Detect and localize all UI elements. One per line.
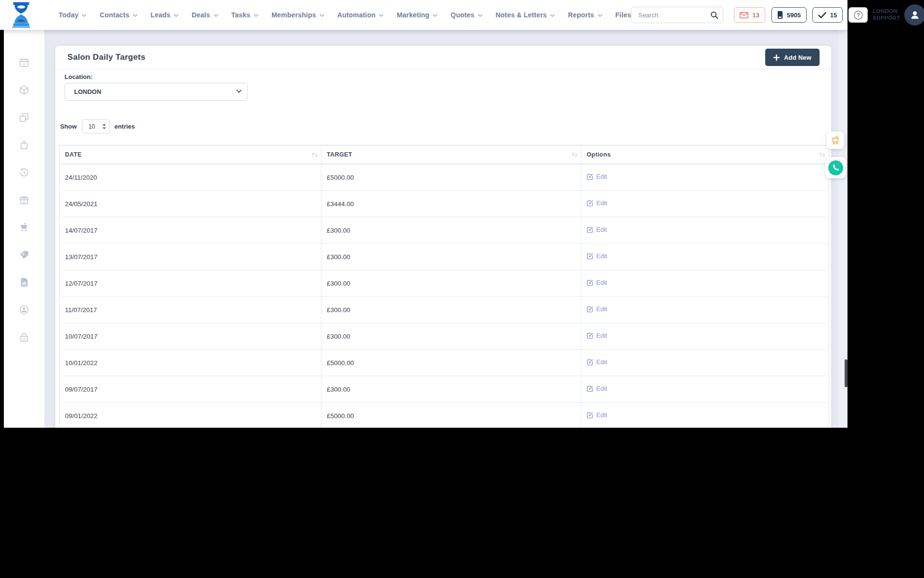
edit-pencil-square-icon <box>587 359 593 366</box>
edit-button[interactable]: Edit <box>587 279 607 286</box>
chevron-down-icon <box>214 14 218 17</box>
column-header-date[interactable]: DATE ↑↓ <box>60 145 321 164</box>
target-cell: £5000.00 <box>321 350 581 376</box>
cart-icon[interactable] <box>19 222 29 233</box>
date-cell: 10/01/2022 <box>60 350 321 376</box>
location-select[interactable]: LONDON <box>64 83 248 101</box>
table-header-row: DATE ↑↓ TARGET ↑↓ Options ↑↓ <box>60 145 829 164</box>
nav-item-label: Quotes <box>450 11 474 19</box>
tasks-badge[interactable]: 15 <box>812 7 843 23</box>
target-cell: £300.00 <box>321 323 581 350</box>
date-cell: 09/07/2017 <box>60 376 321 403</box>
nav-item-quotes[interactable]: Quotes <box>450 11 482 19</box>
user-name-line1: LONDON <box>873 8 900 15</box>
date-cell: 09/01/2022 <box>60 403 321 428</box>
search-input[interactable] <box>631 12 706 19</box>
sidebar: 12 $ <box>4 30 44 428</box>
edit-button[interactable]: Edit <box>587 332 607 339</box>
nav-item-label: Notes & Letters <box>496 11 547 19</box>
table-row: 24/11/2020 £5000.00 Edit <box>60 164 829 191</box>
avatar[interactable] <box>904 4 924 26</box>
nav-item-label: Tasks <box>231 11 251 19</box>
options-cell: Edit <box>581 244 829 270</box>
chevron-down-icon <box>133 14 138 17</box>
add-new-button[interactable]: Add New <box>765 49 820 66</box>
edit-button[interactable]: Edit <box>587 199 607 207</box>
target-cell: £3444.00 <box>321 191 581 217</box>
nav-item-reports[interactable]: Reports <box>568 11 602 19</box>
options-cell: Edit <box>581 350 829 376</box>
options-cell: Edit <box>581 297 829 323</box>
edit-button[interactable]: Edit <box>587 226 607 233</box>
nav-item-automation[interactable]: Automation <box>337 11 384 19</box>
gift-icon[interactable] <box>19 195 29 205</box>
nav-item-leads[interactable]: Leads <box>151 11 179 19</box>
app-logo-hourglass-icon[interactable] <box>11 2 32 28</box>
date-cell: 11/07/2017 <box>60 297 321 323</box>
mail-badge[interactable]: 13 <box>734 7 765 23</box>
checkmark-icon <box>818 12 826 18</box>
lock-icon[interactable] <box>19 332 29 342</box>
card-header: Salon Daily Targets Add New <box>55 46 831 69</box>
nav-item-notes-letters[interactable]: Notes & Letters <box>496 11 555 19</box>
user-name-line2: SUPPORT <box>873 15 900 22</box>
page-scrollbar-thumb[interactable] <box>845 359 847 387</box>
nav-item-marketing[interactable]: Marketing <box>397 11 437 19</box>
table-row: 11/07/2017 £300.00 Edit <box>60 297 829 323</box>
edit-button[interactable]: Edit <box>587 385 607 392</box>
edit-label: Edit <box>596 411 607 419</box>
target-cell: £300.00 <box>321 297 581 323</box>
nav-item-contacts[interactable]: Contacts <box>100 11 138 19</box>
nav-item-memberships[interactable]: Memberships <box>271 11 324 19</box>
edit-button[interactable]: Edit <box>587 252 607 260</box>
user-name[interactable]: LONDON SUPPORT <box>873 8 900 22</box>
bag-save-icon[interactable] <box>19 140 29 150</box>
calendar-12-icon[interactable]: 12 <box>19 57 29 68</box>
edit-label: Edit <box>596 199 607 207</box>
edit-label: Edit <box>596 332 607 339</box>
question-circle-icon: ? <box>854 11 863 20</box>
options-cell: Edit <box>581 270 829 297</box>
history-icon[interactable] <box>19 167 29 178</box>
date-cell: 24/11/2020 <box>60 164 321 191</box>
svg-text:12: 12 <box>22 62 26 66</box>
page-size-select[interactable]: 10 <box>82 119 110 133</box>
edit-button[interactable]: Edit <box>587 358 607 366</box>
target-cell: £5000.00 <box>321 403 581 428</box>
help-button[interactable]: ? <box>848 7 868 23</box>
show-label: Show <box>60 123 77 130</box>
sort-arrows-icon: ↑↓ <box>819 152 825 158</box>
date-cell: 24/05/2021 <box>60 191 321 217</box>
edit-button[interactable]: Edit <box>587 411 607 419</box>
show-entries-row: Show 10 entries <box>60 119 135 133</box>
date-cell: 13/07/2017 <box>60 244 321 270</box>
package-icon[interactable] <box>19 85 29 95</box>
edit-button[interactable]: Edit <box>587 173 607 180</box>
nav-item-today[interactable]: Today <box>59 11 87 19</box>
phone-extension: 5905 <box>787 12 801 19</box>
phone-badge[interactable]: 5905 <box>771 7 807 23</box>
options-cell: Edit <box>581 191 829 217</box>
nav-item-deals[interactable]: Deals <box>192 11 218 19</box>
edit-button[interactable]: Edit <box>587 305 607 313</box>
floating-phone-button[interactable] <box>825 157 846 178</box>
column-header-options[interactable]: Options ↑↓ <box>581 145 829 164</box>
target-cell: £300.00 <box>321 376 581 403</box>
account-sync-icon[interactable] <box>19 304 29 315</box>
edit-label: Edit <box>596 173 607 180</box>
report-document-icon[interactable] <box>19 277 29 288</box>
nav-item-files[interactable]: Files <box>616 11 631 19</box>
targets-table-body: 24/11/2020 £5000.00 Edit 24/05/2021 £344… <box>60 164 829 428</box>
column-header-target[interactable]: TARGET ↑↓ <box>321 145 581 164</box>
copy-icon[interactable] <box>19 112 29 123</box>
chevron-down-icon <box>174 14 179 17</box>
mail-count: 13 <box>752 12 759 19</box>
floating-cart-button[interactable] <box>827 131 844 149</box>
nav-item-tasks[interactable]: Tasks <box>231 11 259 19</box>
edit-label: Edit <box>596 226 607 233</box>
location-label: Location: <box>64 73 93 80</box>
table-row: 09/07/2017 £300.00 Edit <box>60 376 829 403</box>
price-tag-icon[interactable]: $ <box>19 250 29 260</box>
nav-item-label: Contacts <box>100 11 129 19</box>
search-icon[interactable] <box>706 7 723 23</box>
